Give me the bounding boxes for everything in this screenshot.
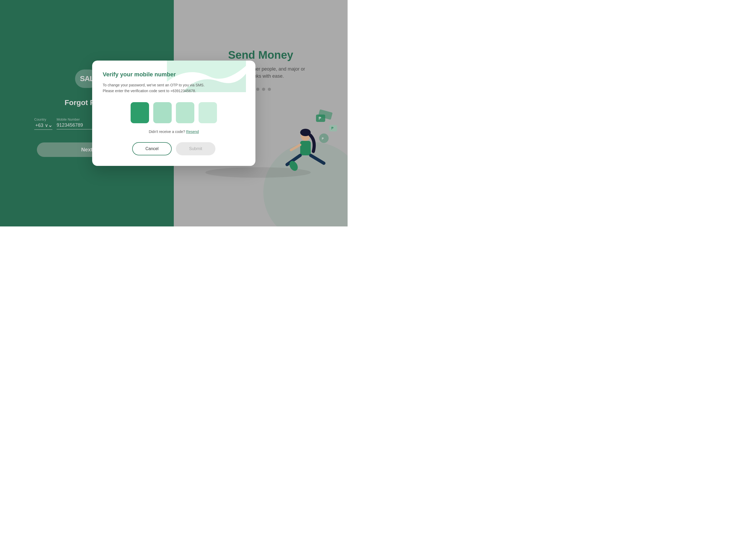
resend-text: Didn't receive a code? <box>149 129 185 134</box>
cancel-button[interactable]: Cancel <box>132 142 172 155</box>
verify-modal: Verify your mobile number To change your… <box>92 60 256 166</box>
submit-button[interactable]: Submit <box>176 142 215 155</box>
otp-input-container <box>103 102 245 123</box>
modal-actions: Cancel Submit <box>103 142 245 155</box>
resend-row: Didn't receive a code? Resend <box>103 129 245 134</box>
modal-title: Verify your mobile number <box>103 71 245 78</box>
resend-link[interactable]: Resend <box>186 129 199 134</box>
modal-description: To change your password, we've sent an O… <box>103 82 245 94</box>
otp-box-2[interactable] <box>153 102 172 123</box>
otp-box-3[interactable] <box>176 102 194 123</box>
otp-box-1[interactable] <box>131 102 149 123</box>
otp-box-4[interactable] <box>198 102 217 123</box>
modal-overlay: Verify your mobile number To change your… <box>0 0 347 226</box>
